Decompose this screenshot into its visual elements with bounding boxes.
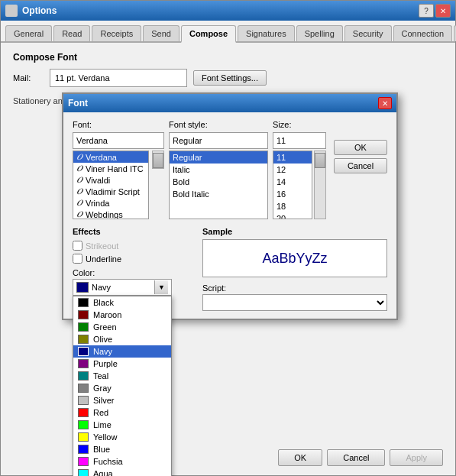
font-style-input[interactable]: Regular — [169, 132, 268, 149]
sample-box: AaBbYyZz — [202, 239, 387, 277]
size-18[interactable]: 18 — [273, 200, 312, 212]
color-blue[interactable]: Blue — [73, 443, 171, 455]
size-20[interactable]: 20 — [273, 212, 312, 219]
color-olive[interactable]: Olive — [73, 333, 171, 345]
font-item-vivaldi[interactable]: 𝑂 Vivaldi — [73, 174, 148, 186]
title-bar-left: Options — [5, 5, 57, 17]
font-dialog-content: Font: Verdana 𝑂 Verdana 𝑂 Viner Hand ITC — [63, 112, 396, 319]
options-footer: OK Cancel Apply — [278, 449, 443, 466]
color-lime[interactable]: Lime — [73, 419, 171, 431]
app-icon — [5, 5, 18, 17]
red-swatch — [78, 408, 89, 417]
size-listbox-scrollbar[interactable] — [314, 151, 326, 219]
font-name-col: Font: Verdana 𝑂 Verdana 𝑂 Viner Hand ITC — [73, 120, 164, 219]
font-style-col: Font style: Regular Regular Italic Bold … — [169, 120, 268, 219]
options-apply-button[interactable]: Apply — [390, 449, 443, 466]
font-list-container: 𝑂 Verdana 𝑂 Viner Hand ITC 𝑂 Vivaldi — [73, 151, 164, 219]
font-listbox-scrollbar[interactable] — [152, 151, 164, 169]
color-row: Color: Navy ▼ Black — [73, 268, 195, 296]
effects-col: Effects Strikeout Underline Color: — [73, 227, 195, 311]
mail-label: Mail: — [13, 73, 44, 83]
color-dropdown-arrow[interactable]: ▼ — [154, 280, 168, 294]
font-size-listbox[interactable]: 11 12 14 16 18 20 22 — [273, 151, 312, 219]
size-scrollbar-thumb — [315, 153, 325, 168]
size-16[interactable]: 16 — [273, 188, 312, 200]
tab-send[interactable]: Send — [143, 25, 179, 41]
tab-read[interactable]: Read — [53, 25, 90, 41]
options-ok-button[interactable]: OK — [278, 449, 322, 466]
color-navy[interactable]: Navy — [73, 345, 171, 358]
tab-signatures[interactable]: Signatures — [238, 25, 295, 41]
font-size-col: Size: 11 11 12 14 16 18 20 22 — [273, 120, 326, 219]
font-item-vladimir[interactable]: 𝑂 Vladimir Script — [73, 186, 148, 197]
strikeout-label: Strikeout — [86, 241, 118, 251]
black-swatch — [78, 298, 89, 307]
color-fuchsia[interactable]: Fuchsia — [73, 455, 171, 468]
color-select-container: Navy ▼ Black M — [73, 279, 172, 296]
size-14[interactable]: 14 — [273, 176, 312, 188]
font-settings-button[interactable]: Font Settings... — [193, 70, 267, 86]
yellow-swatch — [78, 432, 89, 442]
color-yellow[interactable]: Yellow — [73, 431, 171, 443]
underline-checkbox[interactable] — [73, 254, 82, 264]
tab-bar: General Read Receipts Send Compose Signa… — [1, 21, 455, 43]
tab-security[interactable]: Security — [344, 25, 392, 41]
sample-title: Sample — [202, 227, 387, 236]
font-item-viner[interactable]: 𝑂 Viner Hand ITC — [73, 163, 148, 174]
font-size-label: Size: — [273, 120, 326, 129]
font-selectors-row: Font: Verdana 𝑂 Verdana 𝑂 Viner Hand ITC — [73, 120, 387, 219]
compose-font-title: Compose Font — [13, 52, 443, 63]
color-silver[interactable]: Silver — [73, 394, 171, 406]
effects-sample-row: Effects Strikeout Underline Color: — [73, 227, 387, 311]
font-name-input[interactable]: Verdana — [73, 132, 164, 149]
title-bar-controls: ? ✕ — [419, 4, 451, 18]
style-regular[interactable]: Regular — [170, 151, 267, 164]
font-ok-button[interactable]: OK — [334, 140, 387, 155]
font-style-label: Font style: — [169, 120, 268, 129]
color-maroon[interactable]: Maroon — [73, 309, 171, 321]
size-12[interactable]: 12 — [273, 164, 312, 176]
tab-connection[interactable]: Connection — [393, 25, 453, 41]
style-bold-italic[interactable]: Bold Italic — [170, 188, 267, 200]
color-black[interactable]: Black — [73, 296, 171, 309]
options-cancel-button[interactable]: Cancel — [327, 449, 385, 466]
underline-label: Underline — [86, 254, 121, 264]
tab-compose[interactable]: Compose — [181, 25, 236, 43]
color-value: Navy — [92, 283, 111, 292]
color-teal[interactable]: Teal — [73, 370, 171, 382]
color-purple[interactable]: Purple — [73, 358, 171, 370]
style-bold[interactable]: Bold — [170, 176, 267, 188]
font-item-vrinda[interactable]: 𝑂 Vrinda — [73, 197, 148, 209]
color-select[interactable]: Navy ▼ — [73, 279, 172, 296]
color-green[interactable]: Green — [73, 321, 171, 333]
font-listbox[interactable]: 𝑂 Verdana 𝑂 Viner Hand ITC 𝑂 Vivaldi — [73, 151, 149, 219]
script-row: Script: — [202, 283, 387, 311]
color-aqua[interactable]: Aqua — [73, 468, 171, 476]
font-style-listbox[interactable]: Regular Italic Bold Bold Italic — [169, 151, 268, 219]
sample-col: Sample AaBbYyZz Script: — [202, 227, 387, 311]
font-dialog: Font ✕ Font: Verdana 𝑂 Verdana — [62, 92, 398, 320]
aqua-swatch — [78, 469, 89, 476]
tab-receipts[interactable]: Receipts — [92, 25, 141, 41]
font-cancel-button[interactable]: Cancel — [334, 158, 387, 173]
style-italic[interactable]: Italic — [170, 164, 267, 176]
font-dialog-close[interactable]: ✕ — [378, 97, 392, 109]
color-red[interactable]: Red — [73, 406, 171, 419]
font-item-verdana[interactable]: 𝑂 Verdana — [73, 151, 148, 163]
effects-title: Effects — [73, 227, 195, 236]
silver-swatch — [78, 396, 89, 405]
font-item-webdings[interactable]: 𝑂 Webdings — [73, 209, 148, 219]
help-button[interactable]: ? — [419, 4, 434, 18]
tab-spelling[interactable]: Spelling — [296, 25, 343, 41]
close-button[interactable]: ✕ — [435, 4, 451, 18]
color-dropdown: Black Maroon Green — [73, 296, 172, 476]
script-select[interactable] — [202, 294, 387, 311]
window-title: Options — [22, 5, 57, 16]
color-gray[interactable]: Gray — [73, 382, 171, 394]
color-swatch — [76, 282, 89, 293]
strikeout-checkbox[interactable] — [73, 241, 82, 251]
teal-swatch — [78, 371, 89, 380]
tab-general[interactable]: General — [5, 25, 52, 41]
font-size-input[interactable]: 11 — [273, 132, 326, 149]
size-11[interactable]: 11 — [273, 151, 312, 164]
